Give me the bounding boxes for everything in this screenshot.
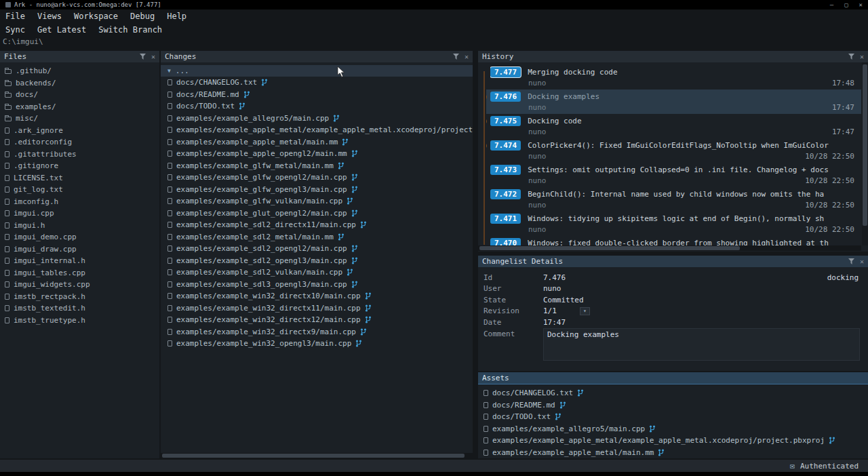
changed-file-row[interactable]: examples/example_glfw_opengl2/main.cpp [161, 172, 473, 184]
horizontal-scrollbar[interactable] [161, 453, 473, 458]
file-tree-item[interactable]: imgui_demo.cpp [0, 231, 159, 243]
menu-item[interactable]: Help [167, 12, 186, 21]
history-entry[interactable]: 7.473 Settings: omit outputing Collapsed… [486, 163, 861, 187]
close-icon[interactable]: ✕ [860, 258, 864, 265]
file-icon [167, 258, 172, 264]
history-entry[interactable]: 7.471 Windows: tidying up skipitems logi… [486, 212, 861, 236]
changed-file-row[interactable]: examples/example_sdl2_directx11/main.cpp [161, 219, 473, 231]
toolbar-button[interactable]: Switch Branch [98, 25, 162, 35]
file-tree-item[interactable]: imgui_internal.h [0, 255, 159, 267]
filter-icon[interactable] [848, 54, 854, 60]
file-tree-item[interactable]: imgui_draw.cpp [0, 243, 159, 256]
file-tree-item[interactable]: imconfig.h [0, 196, 159, 208]
changed-file-row[interactable]: examples/example_sdl2_metal/main.mm [161, 231, 473, 243]
changed-file-row[interactable]: examples/example_allegro5/main.cpp [161, 113, 473, 125]
scrollbar-thumb[interactable] [162, 454, 465, 458]
file-tree-item[interactable]: git_log.txt [0, 184, 159, 196]
file-tree-item[interactable]: imstb_textedit.h [0, 302, 159, 315]
file-tree-item[interactable]: .editorconfig [0, 136, 159, 148]
filter-icon[interactable] [453, 54, 459, 60]
changed-file-row[interactable]: docs/TODO.txt [161, 100, 473, 113]
file-icon [167, 293, 172, 299]
minimize-icon[interactable]: — [830, 1, 833, 8]
filter-icon[interactable] [848, 258, 854, 264]
changed-file-row[interactable]: examples/example_win32_directx12/main.cp… [161, 314, 473, 326]
changed-file-row[interactable]: examples/example_glfw_vulkan/main.cpp [161, 195, 473, 207]
menu-item[interactable]: Debug [130, 12, 155, 21]
changed-file-row[interactable]: examples/example_win32_directx11/main.cp… [161, 302, 473, 315]
file-tree-item[interactable]: imgui_widgets.cpp [0, 279, 159, 291]
field-revision: Revision 1/1 ▾ [478, 306, 868, 317]
asset-row[interactable]: docs/README.md [478, 399, 868, 412]
file-tree-item[interactable]: docs/ [0, 89, 159, 101]
history-entry[interactable]: 7.470 Windows: fixed double-clicked bord… [486, 236, 861, 245]
changed-file-row[interactable]: docs/CHANGELOG.txt [161, 77, 473, 89]
file-tree-item[interactable]: imgui.h [0, 220, 159, 232]
history-entry[interactable]: 7.474 ColorPicker4(): Fixed ImGuiColorEd… [486, 138, 861, 163]
filter-icon[interactable] [140, 54, 146, 60]
changed-file-row[interactable]: examples/example_sdl3_opengl3/main.cpp [161, 279, 473, 291]
asset-row[interactable]: docs/TODO.txt [478, 411, 868, 423]
close-icon[interactable]: ✕ [860, 54, 864, 60]
expand-triangle-icon[interactable]: ▼ [167, 68, 171, 74]
file-tree-item[interactable]: .gitattributes [0, 148, 159, 161]
changed-file-row[interactable]: examples/example_win32_directx9/main.cpp [161, 326, 473, 338]
branch-icon [239, 102, 245, 110]
asset-row[interactable]: examples/example_allegro5/main.cpp [478, 423, 868, 435]
changed-file-row[interactable]: examples/example_glut_opengl2/main.cpp [161, 207, 473, 220]
history-entry[interactable]: 7.476 Docking examples nuno 17:47 [486, 90, 861, 114]
file-tree-item[interactable]: .ark_ignore [0, 125, 159, 137]
file-icon [5, 151, 9, 157]
file-tree-item[interactable]: imstb_rectpack.h [0, 291, 159, 303]
file-tree-item[interactable]: examples/ [0, 101, 159, 113]
close-icon[interactable]: ✕ [465, 54, 469, 60]
scrollbar-thumb[interactable] [863, 64, 867, 226]
toolbar-button[interactable]: Get Latest [37, 25, 86, 35]
menu-item[interactable]: Workspace [74, 12, 118, 21]
menu-item[interactable]: File [5, 12, 25, 21]
file-name: imgui.h [14, 221, 45, 230]
changed-file-row[interactable]: examples/example_glfw_metal/main.mm [161, 160, 473, 172]
comment-textarea[interactable]: Docking examples [543, 328, 860, 361]
branch-icon [261, 79, 268, 86]
file-tree-item[interactable]: .gitignore [0, 160, 159, 172]
history-entry[interactable]: 7.477 Merging docking code nuno 17:48 [486, 65, 861, 90]
vertical-scrollbar[interactable] [862, 62, 868, 245]
field-comment: Comment Docking examples [478, 328, 868, 366]
horizontal-scrollbar[interactable] [478, 245, 861, 251]
changeset-badge: 7.470 [490, 238, 521, 245]
changes-root-row[interactable]: ▼ ... [161, 65, 473, 77]
changed-file-row[interactable]: examples/example_sdl2_opengl3/main.cpp [161, 255, 473, 267]
file-tree-item[interactable]: LICENSE.txt [0, 172, 159, 184]
menu-item[interactable]: Views [37, 12, 62, 21]
changed-file-row[interactable]: examples/example_win32_opengl3/main.cpp [161, 338, 473, 350]
toolbar-button[interactable]: Sync [5, 25, 25, 35]
changed-file-row[interactable]: examples/example_sdl2_vulkan/main.cpp [161, 266, 473, 279]
asset-row[interactable]: examples/example_apple_metal/main.mm [478, 447, 868, 459]
changed-file-row[interactable]: examples/example_sdl2_opengl2/main.cpp [161, 243, 473, 255]
dropdown-arrow-icon[interactable]: ▾ [580, 307, 590, 315]
file-tree-item[interactable]: misc/ [0, 113, 159, 125]
changed-file-row[interactable]: examples/example_apple_metal/main.mm [161, 136, 473, 148]
file-tree-item[interactable]: backends/ [0, 77, 159, 90]
scrollbar-thumb[interactable] [479, 246, 740, 250]
changed-file-row[interactable]: examples/example_apple_metal/example_app… [161, 124, 473, 136]
file-tree-item[interactable]: imgui.cpp [0, 207, 159, 220]
file-tree-item[interactable]: imgui_tables.cpp [0, 267, 159, 279]
changed-file-row[interactable]: examples/example_apple_opengl2/main.mm [161, 148, 473, 160]
history-entry[interactable]: 7.475 Docking code nuno 17:47 [486, 114, 861, 138]
changed-file-row[interactable]: docs/README.md [161, 89, 473, 101]
close-icon[interactable]: ✕ [859, 1, 863, 8]
changed-file-row[interactable]: examples/example_glfw_opengl3/main.cpp [161, 184, 473, 196]
asset-row[interactable]: docs/CHANGELOG.txt [478, 387, 868, 399]
asset-row[interactable]: examples/example_apple_metal/example_app… [478, 435, 868, 447]
changed-file-row[interactable]: examples/example_win32_directx10/main.cp… [161, 290, 473, 302]
history-entry[interactable]: 7.472 BeginChild(): Internal name used b… [486, 187, 861, 212]
close-icon[interactable]: ✕ [151, 54, 155, 60]
changed-file-name: examples/example_sdl2_opengl3/main.cpp [176, 256, 347, 265]
file-tree-item[interactable]: .github/ [0, 65, 159, 77]
file-icon [484, 402, 488, 408]
file-name: LICENSE.txt [14, 174, 63, 182]
file-tree-item[interactable]: imstb_truetype.h [0, 315, 159, 327]
maximize-icon[interactable]: ▢ [844, 1, 848, 8]
